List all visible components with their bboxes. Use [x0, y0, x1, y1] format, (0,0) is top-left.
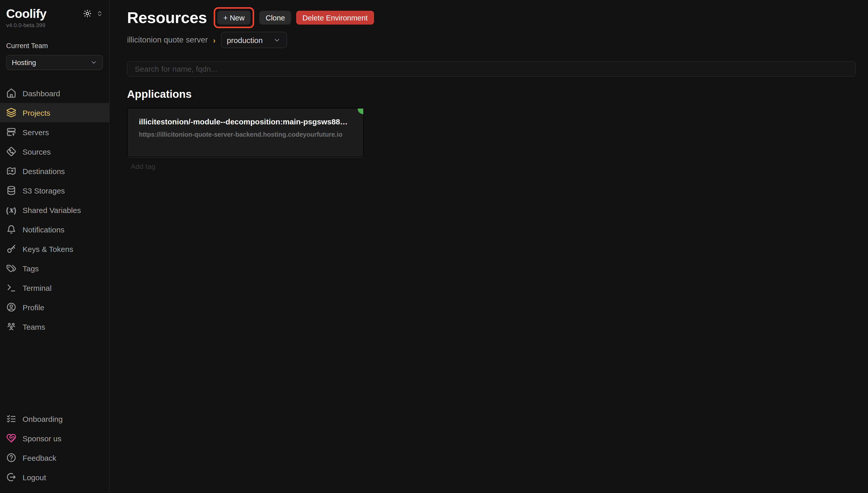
server-icon: [6, 127, 16, 137]
app-logo: Coolify: [6, 7, 46, 21]
environment-select[interactable]: production: [221, 32, 287, 48]
sidebar-nav: Dashboard Projects Servers Sources: [0, 84, 109, 337]
sidebar-item-servers[interactable]: Servers: [0, 123, 109, 142]
git-source-icon: [6, 147, 16, 157]
user-circle-icon: [6, 302, 16, 313]
sidebar-item-projects[interactable]: Projects: [0, 103, 109, 123]
sidebar-item-sources[interactable]: Sources: [0, 142, 109, 162]
help-circle-icon: [6, 453, 16, 463]
sidebar-item-sponsor-us[interactable]: Sponsor us: [0, 428, 109, 448]
key-icon: [6, 244, 16, 254]
heart-handshake-icon: [6, 433, 16, 443]
breadcrumb-chevron-icon: ›: [213, 36, 215, 44]
annotation-highlight: + New: [214, 7, 254, 28]
variables-icon: (x): [6, 205, 16, 215]
current-team-label: Current Team: [6, 42, 103, 50]
coolify-app: Coolify v4.0.0-beta.399 Current Team Hos…: [0, 0, 868, 493]
environment-select-value: production: [227, 36, 263, 44]
breadcrumb: illicitonion quote server › production: [127, 32, 856, 48]
app-version: v4.0.0-beta.399: [6, 22, 103, 28]
map-icon: [6, 166, 16, 176]
delete-environment-button[interactable]: Delete Environment: [296, 11, 374, 25]
sidebar-item-shared-variables[interactable]: (x) Shared Variables: [0, 200, 109, 220]
sidebar-item-terminal[interactable]: Terminal: [0, 278, 109, 298]
page-title: Resources: [127, 8, 207, 27]
sidebar-item-profile[interactable]: Profile: [0, 298, 109, 317]
sidebar-item-s3-storages[interactable]: S3 Storages: [0, 181, 109, 200]
page-header: Resources + New Clone Delete Environment: [127, 7, 856, 28]
application-card[interactable]: illicitestonion/-module--decomposition:m…: [127, 108, 364, 157]
status-running-indicator: [358, 109, 363, 114]
application-card-url: https://illicitonion-quote-server-backen…: [139, 131, 363, 138]
theme-sun-icon[interactable]: [83, 9, 92, 18]
team-select[interactable]: Hosting: [6, 55, 103, 70]
application-card-title: illicitestonion/-module--decomposition:m…: [139, 117, 363, 126]
search-input[interactable]: [127, 61, 856, 77]
layers-icon: [6, 108, 16, 118]
bell-icon: [6, 224, 16, 235]
sidebar: Coolify v4.0.0-beta.399 Current Team Hos…: [0, 0, 110, 493]
sidebar-item-logout[interactable]: Logout: [0, 467, 109, 487]
applications-section-title: Applications: [127, 88, 856, 100]
checklist-icon: [6, 414, 16, 424]
sidebar-item-destinations[interactable]: Destinations: [0, 162, 109, 181]
sidebar-header: Coolify v4.0.0-beta.399 Current Team Hos…: [0, 0, 109, 70]
search-row: [127, 61, 856, 77]
clone-button[interactable]: Clone: [260, 11, 291, 25]
breadcrumb-project[interactable]: illicitonion quote server: [127, 35, 208, 45]
team-select-value: Hosting: [12, 59, 36, 67]
chevron-down-icon: [273, 36, 281, 44]
sidebar-item-feedback[interactable]: Feedback: [0, 448, 109, 467]
sidebar-item-notifications[interactable]: Notifications: [0, 220, 109, 239]
sidebar-item-teams[interactable]: Teams: [0, 317, 109, 337]
new-button[interactable]: + New: [217, 11, 251, 25]
sidebar-item-dashboard[interactable]: Dashboard: [0, 84, 109, 103]
main-content: Resources + New Clone Delete Environment…: [110, 0, 868, 493]
tags-icon: [6, 263, 16, 274]
add-tag-input[interactable]: [131, 162, 243, 170]
database-icon: [6, 186, 16, 196]
sidebar-item-onboarding[interactable]: Onboarding: [0, 409, 109, 428]
logout-icon: [6, 472, 16, 482]
chevron-down-icon: [90, 59, 97, 66]
sidebar-item-tags[interactable]: Tags: [0, 259, 109, 278]
sidebar-item-keys-tokens[interactable]: Keys & Tokens: [0, 239, 109, 259]
theme-switcher-chevrons-icon[interactable]: [96, 10, 103, 17]
home-icon: [6, 88, 16, 99]
sidebar-footer: Onboarding Sponsor us Feedback Logout: [0, 409, 109, 487]
users-icon: [6, 322, 16, 332]
terminal-icon: [6, 283, 16, 293]
add-tag-row: [127, 162, 856, 171]
